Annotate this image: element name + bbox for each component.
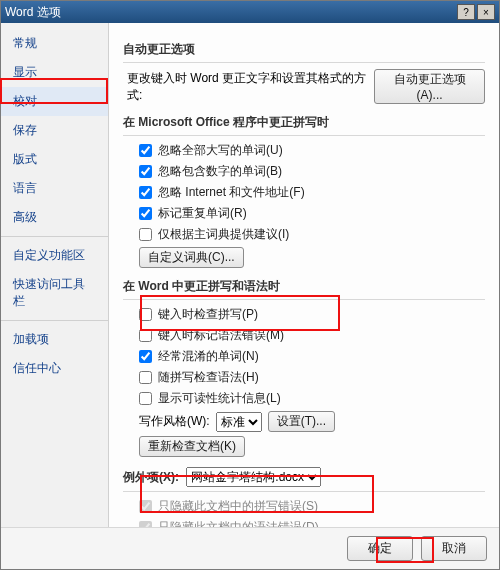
hide-grammar-errors-label: 只隐藏此文档中的语法错误(D) bbox=[158, 519, 319, 527]
sidebar-item-label: 加载项 bbox=[13, 332, 49, 346]
readability-stats-checkbox[interactable] bbox=[139, 392, 152, 405]
main-dict-only-label: 仅根据主词典提供建议(I) bbox=[158, 226, 289, 243]
sidebar-item-general[interactable]: 常规 bbox=[1, 29, 108, 58]
sidebar-item-language[interactable]: 语言 bbox=[1, 174, 108, 203]
ignore-urls-checkbox[interactable] bbox=[139, 186, 152, 199]
autocorrect-desc: 更改键入时 Word 更正文字和设置其格式的方式: bbox=[127, 70, 368, 104]
sidebar-item-label: 校对 bbox=[13, 94, 37, 108]
writing-style-select[interactable]: 标准 bbox=[216, 412, 262, 432]
ignore-uppercase-label: 忽略全部大写的单词(U) bbox=[158, 142, 283, 159]
help-button[interactable]: ? bbox=[457, 4, 475, 20]
sidebar-item-label: 信任中心 bbox=[13, 361, 61, 375]
sidebar-item-label: 常规 bbox=[13, 36, 37, 50]
grammar-with-spelling-label: 随拼写检查语法(H) bbox=[158, 369, 259, 386]
mark-grammar-typing-label: 键入时标记语法错误(M) bbox=[158, 327, 284, 344]
ignore-numbers-label: 忽略包含数字的单词(B) bbox=[158, 163, 282, 180]
close-button[interactable]: × bbox=[477, 4, 495, 20]
sidebar-item-label: 高级 bbox=[13, 210, 37, 224]
ok-button[interactable]: 确定 bbox=[347, 536, 413, 561]
titlebar: Word 选项 ? × bbox=[1, 1, 499, 23]
hide-spelling-errors-label: 只隐藏此文档中的拼写错误(S) bbox=[158, 498, 318, 515]
grammar-with-spelling-checkbox[interactable] bbox=[139, 371, 152, 384]
ignore-urls-label: 忽略 Internet 和文件地址(F) bbox=[158, 184, 305, 201]
sidebar-item-label: 语言 bbox=[13, 181, 37, 195]
flag-repeated-label: 标记重复单词(R) bbox=[158, 205, 247, 222]
check-spelling-typing-label: 键入时检查拼写(P) bbox=[158, 306, 258, 323]
sidebar-item-quick-access[interactable]: 快速访问工具栏 bbox=[1, 270, 108, 316]
confused-words-checkbox[interactable] bbox=[139, 350, 152, 363]
cancel-button[interactable]: 取消 bbox=[421, 536, 487, 561]
sidebar-item-typography[interactable]: 版式 bbox=[1, 145, 108, 174]
ignore-uppercase-checkbox[interactable] bbox=[139, 144, 152, 157]
custom-dictionaries-button[interactable]: 自定义词典(C)... bbox=[139, 247, 244, 268]
sidebar-item-label: 自定义功能区 bbox=[13, 248, 85, 262]
sidebar-item-label: 版式 bbox=[13, 152, 37, 166]
section-office-spell: 在 Microsoft Office 程序中更正拼写时 bbox=[123, 114, 485, 136]
sidebar-item-addins[interactable]: 加载项 bbox=[1, 325, 108, 354]
main-dict-only-checkbox[interactable] bbox=[139, 228, 152, 241]
sidebar-item-label: 保存 bbox=[13, 123, 37, 137]
confused-words-label: 经常混淆的单词(N) bbox=[158, 348, 259, 365]
sidebar-item-save[interactable]: 保存 bbox=[1, 116, 108, 145]
writing-style-label: 写作风格(W): bbox=[139, 413, 210, 430]
exceptions-doc-select[interactable]: 网站金字塔结构.docx bbox=[186, 467, 321, 487]
hide-spelling-errors-checkbox[interactable] bbox=[139, 500, 152, 513]
section-autocorrect: 自动更正选项 bbox=[123, 41, 485, 63]
footer: 确定 取消 bbox=[1, 527, 499, 569]
flag-repeated-checkbox[interactable] bbox=[139, 207, 152, 220]
autocorrect-options-button[interactable]: 自动更正选项(A)... bbox=[374, 69, 485, 104]
section-exceptions: 例外项(X): 网站金字塔结构.docx bbox=[123, 467, 485, 492]
sidebar-item-advanced[interactable]: 高级 bbox=[1, 203, 108, 232]
sidebar-item-label: 显示 bbox=[13, 65, 37, 79]
exceptions-label: 例外项(X): bbox=[123, 470, 179, 484]
ignore-numbers-checkbox[interactable] bbox=[139, 165, 152, 178]
settings-button[interactable]: 设置(T)... bbox=[268, 411, 335, 432]
section-word-spell: 在 Word 中更正拼写和语法时 bbox=[123, 278, 485, 300]
main-panel: 自动更正选项 更改键入时 Word 更正文字和设置其格式的方式: 自动更正选项(… bbox=[109, 23, 499, 527]
window-title: Word 选项 bbox=[5, 4, 61, 21]
hide-grammar-errors-checkbox[interactable] bbox=[139, 521, 152, 527]
sidebar-item-label: 快速访问工具栏 bbox=[13, 277, 85, 308]
readability-stats-label: 显示可读性统计信息(L) bbox=[158, 390, 281, 407]
sidebar: 常规 显示 校对 保存 版式 语言 高级 自定义功能区 快速访问工具栏 加载项 … bbox=[1, 23, 109, 527]
sidebar-item-customize-ribbon[interactable]: 自定义功能区 bbox=[1, 241, 108, 270]
check-spelling-typing-checkbox[interactable] bbox=[139, 308, 152, 321]
recheck-document-button[interactable]: 重新检查文档(K) bbox=[139, 436, 245, 457]
sidebar-item-proofing[interactable]: 校对 bbox=[1, 87, 108, 116]
sidebar-item-display[interactable]: 显示 bbox=[1, 58, 108, 87]
mark-grammar-typing-checkbox[interactable] bbox=[139, 329, 152, 342]
sidebar-item-trust-center[interactable]: 信任中心 bbox=[1, 354, 108, 383]
